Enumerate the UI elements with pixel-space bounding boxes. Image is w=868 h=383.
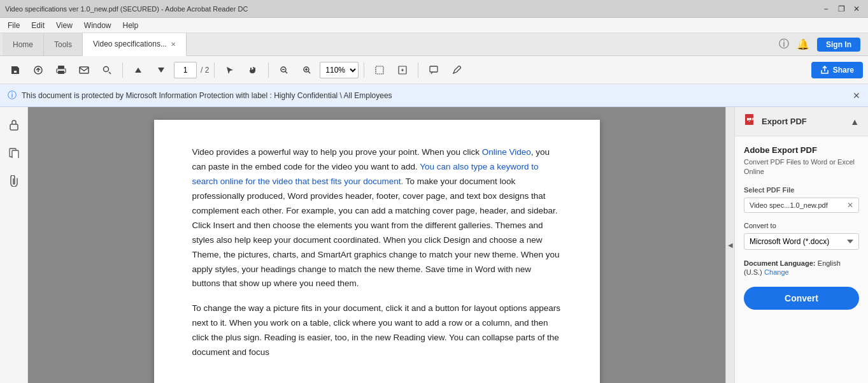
panel-subtitle: Convert PDF Files to Word or Excel Onlin…: [744, 157, 859, 177]
main-area: Video provides a powerful way to help yo…: [0, 107, 868, 383]
tab-bar-right: ⓘ 🔔 Sign In: [779, 33, 868, 55]
svg-rect-11: [10, 124, 18, 130]
next-page-button[interactable]: [151, 60, 171, 80]
comment-button[interactable]: [423, 60, 444, 80]
panel-section-title: Adobe Export PDF: [744, 145, 859, 155]
file-name: Video spec...1.0_new.pdf: [750, 201, 828, 209]
separator-2: [214, 62, 215, 78]
separator-3: [268, 62, 269, 78]
marquee-tool-button[interactable]: [369, 60, 390, 80]
info-icon: ⓘ: [8, 90, 17, 101]
save-button[interactable]: [5, 60, 25, 80]
svg-rect-3: [58, 71, 64, 74]
cursor-tool-button[interactable]: [220, 60, 240, 80]
panel-title: Export PDF: [744, 113, 807, 129]
minimize-button[interactable]: −: [820, 3, 832, 15]
sidebar-pages-icon[interactable]: [4, 143, 24, 163]
menu-bar: File Edit View Window Help: [0, 18, 868, 33]
svg-rect-10: [430, 66, 438, 72]
change-language-link[interactable]: Change: [764, 268, 789, 276]
menu-window[interactable]: Window: [79, 20, 117, 31]
zoom-select[interactable]: 110% 100% 125% 150% 75%: [320, 62, 359, 78]
menu-help[interactable]: Help: [118, 20, 144, 31]
pdf-viewer[interactable]: Video provides a powerful way to help yo…: [28, 107, 725, 383]
upload-button[interactable]: [28, 60, 48, 80]
panel-collapse-button[interactable]: ▲: [850, 117, 859, 127]
separator-4: [364, 62, 364, 78]
print-button[interactable]: [51, 60, 71, 80]
convert-to-select[interactable]: Microsoft Word (*.docx) Microsoft Excel …: [744, 233, 859, 250]
window-controls: − ❐ ✕: [820, 3, 863, 15]
menu-view[interactable]: View: [51, 20, 78, 31]
prev-page-button[interactable]: [128, 60, 148, 80]
export-pdf-icon: [744, 113, 757, 129]
info-bar: ⓘ This document is protected by Microsof…: [0, 84, 868, 107]
sign-in-button[interactable]: Sign In: [817, 38, 860, 52]
right-panel-body: Adobe Export PDF Convert PDF Files to Wo…: [735, 136, 868, 383]
zoom-out-button[interactable]: [274, 60, 294, 80]
right-panel: Export PDF ▲ Adobe Export PDF Convert PD…: [734, 107, 868, 383]
left-sidebar: [0, 107, 28, 383]
close-button[interactable]: ✕: [850, 3, 863, 15]
email-button[interactable]: [74, 60, 94, 80]
help-circle-icon[interactable]: ⓘ: [779, 38, 789, 51]
menu-edit[interactable]: Edit: [26, 20, 50, 31]
search-button[interactable]: [97, 60, 117, 80]
zoom-in-button[interactable]: [297, 60, 317, 80]
select-file-label: Select PDF File: [744, 186, 859, 194]
pen-tool-button[interactable]: [446, 60, 467, 80]
share-button[interactable]: Share: [811, 62, 863, 78]
info-message: This document is protected by Microsoft …: [22, 91, 392, 100]
document-language-section: Document Language: English (U.S.) Change: [744, 259, 859, 277]
panel-title-label: Export PDF: [762, 117, 807, 126]
svg-rect-13: [12, 150, 18, 158]
svg-point-5: [104, 66, 109, 71]
title-bar: Video specifications ver 1.0_new.pdf (SE…: [0, 0, 868, 18]
separator-5: [418, 62, 418, 78]
sidebar-lock-icon[interactable]: [4, 115, 24, 135]
paragraph-1: Video provides a powerful way to help yo…: [192, 145, 562, 291]
bell-icon[interactable]: 🔔: [797, 38, 809, 50]
svg-rect-1: [58, 66, 64, 69]
paragraph-2: To change the way a picture fits in your…: [192, 301, 562, 360]
tab-home[interactable]: Home: [3, 33, 44, 55]
info-close-button[interactable]: ✕: [853, 90, 860, 101]
maximize-button[interactable]: ❐: [835, 3, 848, 15]
pdf-page: Video provides a powerful way to help yo…: [154, 120, 600, 383]
marquee-zoom-button[interactable]: [392, 60, 413, 80]
tab-bar: Home Tools Video specifications... ✕ ⓘ 🔔…: [0, 33, 868, 56]
sidebar-clip-icon[interactable]: [4, 171, 24, 191]
file-chip-close-button[interactable]: ✕: [847, 201, 853, 210]
tab-close-icon[interactable]: ✕: [171, 41, 176, 48]
convert-button[interactable]: Convert: [744, 287, 859, 310]
tab-document[interactable]: Video specifications... ✕: [83, 33, 187, 56]
right-panel-header: Export PDF ▲: [735, 107, 868, 136]
svg-rect-8: [376, 66, 383, 74]
panel-collapse-handle[interactable]: ◀: [725, 107, 734, 383]
menu-file[interactable]: File: [3, 20, 25, 31]
tab-tools[interactable]: Tools: [44, 33, 83, 55]
doc-language-label: Document Language:: [744, 259, 815, 267]
page-total: / 2: [201, 66, 209, 75]
page-number-input[interactable]: 1: [174, 62, 197, 78]
toolbar: 1 / 2 110% 100% 125% 150% 75% Share: [0, 56, 868, 84]
svg-rect-4: [80, 67, 89, 73]
file-chip: Video spec...1.0_new.pdf ✕: [744, 198, 859, 213]
window-title: Video specifications ver 1.0_new.pdf (SE…: [5, 5, 248, 13]
convert-to-label: Convert to: [744, 222, 859, 229]
pdf-scroll-area[interactable]: Video provides a powerful way to help yo…: [28, 107, 725, 383]
separator-1: [122, 62, 123, 78]
hand-tool-button[interactable]: [243, 60, 263, 80]
